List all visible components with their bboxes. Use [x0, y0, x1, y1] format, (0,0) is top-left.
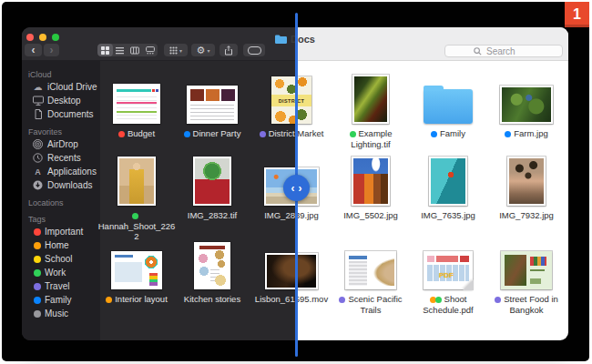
cloud-icon: ☁ [32, 83, 44, 92]
file-thumbnail-photo [193, 157, 231, 206]
sidebar-item-applications[interactable]: A Applications [22, 165, 100, 178]
file-item[interactable]: IMG_7635.jpg [409, 153, 487, 221]
tag-dot-green [350, 131, 356, 137]
document-icon [32, 109, 44, 119]
sidebar-tag-work[interactable]: Work [22, 266, 100, 279]
group-menu-button[interactable]: ▾ [164, 44, 188, 56]
file-item[interactable]: Hannah_Shoot_2262 [97, 153, 176, 242]
tag-dot-purple [495, 297, 501, 303]
file-item[interactable]: Lisbon_61595.mov Lisbon_61595.mov [252, 238, 331, 305]
sidebar-item-icloud-drive[interactable]: ☁ iCloud Drive [22, 80, 100, 94]
pdf-label: PDF [439, 271, 454, 279]
chevron-down-icon: ▾ [179, 47, 182, 54]
screenshot-frame: ‹ › ▾ [0, 0, 592, 364]
file-label: Family [409, 128, 487, 139]
file-item[interactable]: Example Lighting.tif [332, 73, 410, 149]
sidebar-tag-school[interactable]: School [22, 252, 100, 266]
file-thumbnail-document [345, 251, 396, 289]
column-view-button[interactable] [128, 44, 143, 56]
search-field[interactable] [444, 45, 563, 57]
search-input[interactable] [485, 46, 534, 57]
file-item[interactable]: Street Food in Bangkok [487, 238, 566, 315]
file-thumbnail-photo [500, 86, 553, 124]
sidebar-tag-family[interactable]: Family [22, 293, 100, 307]
sidebar-tag-music[interactable]: Music [22, 307, 100, 320]
sidebar: iCloud ☁ iCloud Drive Desktop Documents … [22, 60, 100, 340]
sidebar-item-airdrop[interactable]: AirDrop [22, 137, 100, 151]
tags-button[interactable] [243, 44, 265, 56]
file-label: Shoot Schedule.pdf [409, 294, 487, 315]
sidebar-section-header: Locations [22, 198, 100, 208]
file-label: Scenic Pacific Trails [332, 294, 410, 315]
file-item[interactable]: Farm.jpg [487, 73, 566, 139]
file-item[interactable]: IMG_5502.jpg [332, 153, 410, 221]
group-icon [169, 46, 178, 55]
file-thumbnail-magazine: DISTRICT [271, 76, 311, 124]
chevron-down-icon: ▾ [207, 47, 209, 54]
sidebar-tag-important[interactable]: Important [22, 225, 100, 238]
file-item[interactable]: Family [409, 73, 487, 139]
file-item[interactable]: Kitchen stories [173, 238, 251, 305]
file-item[interactable]: Scenic Pacific Trails [332, 238, 410, 315]
back-chevron-icon: ‹ [32, 46, 36, 55]
tag-dot-purple [339, 297, 345, 303]
tag-dot-green [435, 297, 442, 303]
folder-icon [275, 35, 287, 44]
annotation-badge-number: 1 [573, 6, 581, 23]
file-thumbnail-photo [429, 157, 467, 206]
chevron-left-icon: ‹ [291, 183, 295, 194]
folder-icon [424, 89, 473, 124]
file-label: IMG_2832.tif [173, 210, 251, 221]
recents-icon [32, 153, 44, 163]
sidebar-tag-travel[interactable]: Travel [22, 279, 100, 293]
forward-button[interactable]: › [44, 44, 59, 56]
tag-dot-blue [505, 131, 511, 137]
file-item[interactable]: Dinner Party [173, 73, 251, 139]
gear-icon: ⚙ [197, 46, 206, 56]
sidebar-tag-home[interactable]: Home [22, 238, 100, 252]
thumbnail-title-text: DISTRICT [271, 95, 311, 106]
file-label: IMG_7635.jpg [409, 210, 487, 221]
file-item[interactable]: Interior layout [97, 238, 176, 305]
sidebar-section-header: Tags [22, 215, 100, 225]
file-item[interactable]: Budget [97, 73, 176, 139]
annotation-badge: 1 [565, 2, 589, 27]
forward-chevron-icon: › [50, 46, 54, 55]
list-view-button[interactable] [113, 44, 128, 56]
gallery-view-button[interactable] [143, 44, 158, 56]
file-thumbnail-photo [352, 75, 389, 124]
file-thumbnail-document [187, 86, 238, 124]
icon-view-icon [101, 46, 109, 55]
file-item[interactable]: IMG_7932.jpg [487, 153, 566, 221]
share-button[interactable] [219, 44, 238, 56]
file-thumbnail-document [111, 251, 162, 289]
file-item[interactable]: IMG_2832.tif [173, 153, 251, 221]
back-button[interactable]: ‹ [25, 44, 42, 56]
file-thumbnail-video [265, 253, 318, 289]
file-thumbnail-spreadsheet [113, 84, 160, 124]
desktop-icon [32, 96, 44, 106]
file-label: Interior layout [97, 294, 176, 305]
column-view-icon [130, 46, 139, 55]
sidebar-section-header: iCloud [22, 70, 100, 80]
tag-dot-green [132, 213, 138, 219]
comparison-slider-handle[interactable]: ‹ › [283, 175, 310, 201]
tag-dot-orange [106, 297, 112, 303]
file-thumbnail-photo [507, 157, 546, 206]
sidebar-item-recents[interactable]: Recents [22, 151, 100, 165]
file-item[interactable]: DISTRICT District Market District Market [252, 73, 331, 139]
icon-view-button[interactable] [97, 44, 113, 56]
sidebar-item-downloads[interactable]: Downloads [22, 178, 100, 192]
file-item[interactable]: PDF Shoot Schedule.pdf [409, 238, 487, 315]
tag-dot-yellow [34, 256, 41, 263]
tag-dot-red [118, 131, 125, 137]
gallery-view-icon [146, 46, 155, 55]
tag-dot-purple [34, 283, 41, 290]
file-label: Lisbon_61595.mov Lisbon_61595.mov [252, 294, 331, 305]
actions-menu-button[interactable]: ⚙ ▾ [191, 44, 215, 56]
sidebar-section-header: Favorites [22, 127, 100, 137]
sidebar-item-desktop[interactable]: Desktop [22, 94, 100, 107]
file-label: Farm.jpg [487, 128, 566, 139]
sidebar-item-documents[interactable]: Documents [22, 107, 100, 121]
tag-dot-blue [431, 131, 437, 137]
